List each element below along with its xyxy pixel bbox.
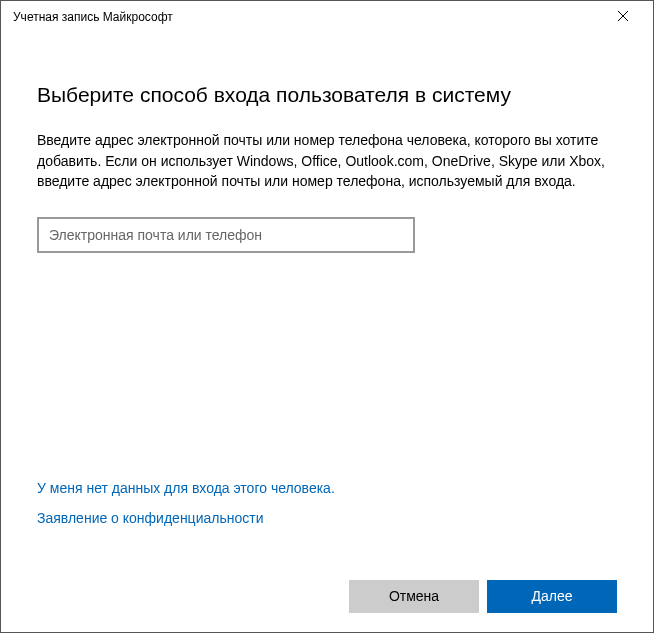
titlebar: Учетная запись Майкрософт [1,1,653,33]
email-phone-input[interactable] [37,217,415,253]
close-icon [618,10,628,24]
privacy-statement-link[interactable]: Заявление о конфиденциальности [37,510,617,526]
close-button[interactable] [600,2,645,32]
content-area: Выберите способ входа пользователя в сис… [1,33,653,560]
page-heading: Выберите способ входа пользователя в сис… [37,81,617,108]
cancel-button[interactable]: Отмена [349,580,479,613]
next-button[interactable]: Далее [487,580,617,613]
spacer [37,253,617,480]
page-description: Введите адрес электронной почты или номе… [37,130,617,191]
window-title: Учетная запись Майкрософт [13,10,600,24]
footer: Отмена Далее [1,560,653,632]
links-section: У меня нет данных для входа этого челове… [37,480,617,540]
no-signin-info-link[interactable]: У меня нет данных для входа этого челове… [37,480,617,496]
